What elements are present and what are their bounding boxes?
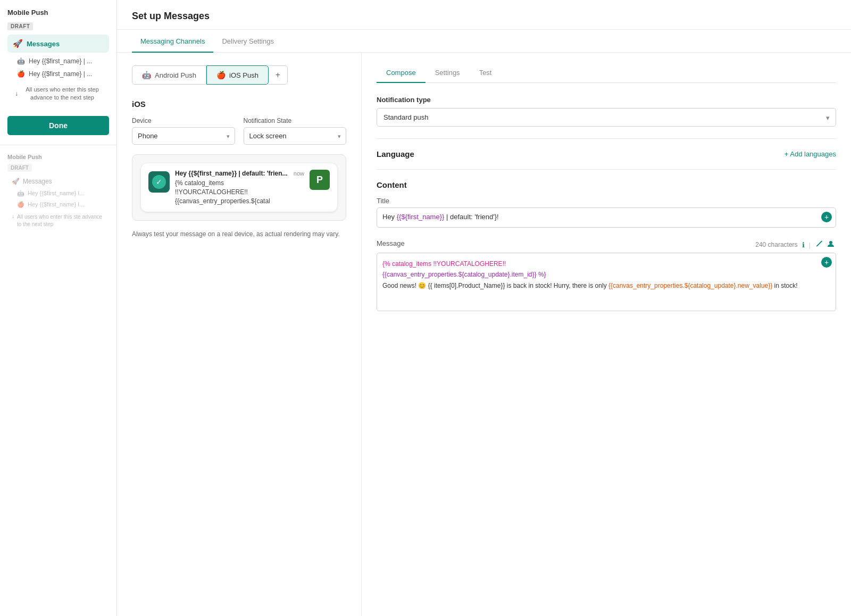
title-field-section: Title Hey {{${first_name}} | default: 'f…: [377, 197, 836, 228]
message-input-label: Message: [377, 239, 405, 247]
info-icon[interactable]: ℹ: [802, 241, 805, 249]
main-header: Set up Messages: [117, 0, 851, 30]
p-letter-icon: P: [316, 174, 323, 186]
device-select[interactable]: Phone Tablet: [132, 127, 235, 145]
plus-icon: +: [276, 70, 280, 80]
sidebar-title: Mobile Push: [7, 9, 109, 16]
android-push-button[interactable]: 🤖 Android Push: [132, 65, 206, 85]
sidebar-lower-sub-2: 🍎 Hey {{$first_name} I...: [7, 199, 109, 210]
preview-note: Always test your message on a real devic…: [132, 229, 346, 239]
tab-messaging-channels[interactable]: Messaging Channels: [132, 30, 213, 53]
left-panel: 🤖 Android Push 🍎 iOS Push + iOS Device: [117, 53, 362, 616]
notification-time: now: [294, 170, 304, 177]
pencil-icon: [815, 240, 823, 248]
message-header-row: Message 240 characters ℹ |: [377, 239, 836, 250]
sidebar-draft-badge: DRAFT: [7, 22, 33, 30]
right-panel: Compose Settings Test Notification type …: [362, 53, 851, 616]
sidebar-sub-label-apple: Hey {{$first_name} | ...: [29, 70, 92, 78]
lower-android-icon: 🤖: [17, 190, 24, 197]
notification-type-select[interactable]: Standard push Silent push: [377, 108, 836, 127]
notification-state-label: Notification State: [244, 117, 347, 124]
device-field: Device Phone Tablet ▾: [132, 117, 235, 145]
title-prefix: Hey: [382, 213, 397, 221]
ios-push-button[interactable]: 🍎 iOS Push: [206, 65, 269, 85]
android-push-label: Android Push: [155, 71, 196, 79]
sidebar-sub-label-android: Hey {{$first_name} | ...: [29, 57, 92, 65]
notification-state-select[interactable]: Lock screen Banner Notification Center: [244, 127, 347, 145]
android-icon: 🤖: [17, 57, 25, 65]
messages-icon: 🚀: [13, 39, 23, 48]
sidebar: Mobile Push DRAFT 🚀 Messages 🤖 Hey {{$fi…: [0, 0, 117, 616]
notification-state-select-wrapper: Lock screen Banner Notification Center ▾: [244, 127, 347, 145]
message-content[interactable]: {% catalog_items !!YOURCATALOGHERE!! {{c…: [377, 253, 836, 311]
section-divider-1: [377, 138, 836, 139]
notification-state-field: Notification State Lock screen Banner No…: [244, 117, 347, 145]
compose-tab-compose[interactable]: Compose: [377, 63, 426, 83]
compose-tab-test[interactable]: Test: [470, 63, 502, 83]
add-languages-button[interactable]: + Add languages: [785, 150, 836, 158]
channel-buttons: 🤖 Android Push 🍎 iOS Push +: [132, 65, 346, 85]
sidebar-advance-text: All users who enter this step advance to…: [21, 86, 104, 102]
message-textarea-wrapper: {% catalog_items !!YOURCATALOGHERE!! {{c…: [377, 253, 836, 311]
android-platform-icon: 🤖: [142, 71, 151, 79]
notification-type-select-wrapper: Standard push Silent push ▾: [377, 108, 836, 127]
message-liquid-orange: {{canvas_entry_properties.${catalog_upda…: [608, 282, 772, 289]
notification-body: {% catalog_items !!YOURCATALOGHERE!! {{c…: [175, 179, 304, 205]
advance-arrow-icon: ↓: [15, 90, 18, 97]
sidebar-messages-item[interactable]: 🚀 Messages: [7, 35, 109, 53]
sidebar-messages-label: Messages: [27, 40, 60, 48]
message-actions-row: 240 characters ℹ |: [755, 240, 836, 250]
device-row: Device Phone Tablet ▾ Notification State: [132, 117, 346, 145]
title-add-button[interactable]: +: [821, 212, 832, 222]
device-label: Device: [132, 117, 235, 124]
check-icon: ✓: [156, 178, 162, 186]
sidebar-sub-item-apple[interactable]: 🍎 Hey {{$first_name} | ...: [7, 68, 109, 80]
ios-push-label: iOS Push: [229, 71, 258, 79]
sidebar-lower-title: Mobile Push: [7, 154, 109, 160]
notification-content: Hey {{${first_name}} | default: 'frien..…: [175, 170, 304, 205]
sidebar-divider: [0, 145, 116, 145]
person-plus-icon: [828, 240, 836, 248]
sidebar-done-button[interactable]: Done: [7, 116, 109, 135]
sidebar-lower-advance-text: All users who enter this ste advance to …: [17, 213, 105, 228]
notif-body-line2: !!YOURCATALOGHERE!!: [175, 188, 304, 197]
notification-header: Hey {{${first_name}} | default: 'frien..…: [175, 170, 304, 177]
sidebar-sub-item-android[interactable]: 🤖 Hey {{$first_name} | ...: [7, 55, 109, 68]
message-add-button[interactable]: +: [821, 257, 832, 268]
device-select-wrapper: Phone Tablet ▾: [132, 127, 235, 145]
app-icon: ✓: [148, 171, 170, 193]
message-line1-pink: {% catalog_items !!YOURCATALOGHERE!!: [382, 260, 506, 268]
sidebar-lower-advance: ↓ All users who enter this ste advance t…: [7, 210, 109, 231]
main-tabs-row: Messaging Channels Delivery Settings: [117, 30, 851, 53]
notification-title: Hey {{${first_name}} | default: 'frien..…: [175, 170, 288, 177]
sidebar-lower-section: Mobile Push DRAFT 🚀 Messages 🤖 Hey {{$fi…: [0, 148, 116, 237]
title-display: Hey {{${first_name}} | default: 'friend'…: [377, 207, 836, 228]
message-field-section: Message 240 characters ℹ |: [377, 239, 836, 311]
notif-body-line3: {{canvas_entry_properties.${catal: [175, 197, 304, 206]
title-input-label: Title: [377, 197, 836, 205]
language-label: Language: [377, 149, 414, 159]
apple-platform-icon: 🍎: [216, 71, 226, 79]
lower-apple-icon: 🍎: [17, 201, 24, 208]
message-line2-purple: {{canvas_entry_properties.${catalog_upda…: [382, 271, 546, 278]
notification-image: P: [310, 170, 330, 190]
sidebar-lower-sub-1: 🤖 Hey {{$first_name} I...: [7, 188, 109, 199]
tab-delivery-settings[interactable]: Delivery Settings: [213, 30, 282, 53]
title-suffix: | default: 'friend'}!: [444, 213, 498, 221]
sidebar-lower-draft-badge: DRAFT: [7, 164, 32, 172]
char-count: 240 characters: [755, 241, 797, 248]
ios-section-title: iOS: [132, 99, 346, 109]
sidebar-lower-messages: 🚀 Messages: [7, 175, 109, 188]
add-channel-button[interactable]: +: [269, 65, 288, 85]
compose-tab-settings[interactable]: Settings: [426, 63, 470, 83]
lower-rocket-icon: 🚀: [12, 178, 20, 185]
main-content: Set up Messages Messaging Channels Deliv…: [117, 0, 851, 616]
phone-preview: ✓ Hey {{${first_name}} | default: 'frien…: [132, 154, 346, 221]
content-body: 🤖 Android Push 🍎 iOS Push + iOS Device: [117, 53, 851, 616]
sidebar-lower-msg-label: Messages: [23, 178, 52, 185]
message-line3-start: Good news! 😊 {{ items[0].Product_Name}} …: [382, 282, 608, 289]
personalize-message-button[interactable]: [828, 240, 836, 250]
edit-message-button[interactable]: [815, 240, 823, 250]
sidebar-lower-sub-label-2: Hey {{$first_name} I...: [28, 201, 84, 207]
vertical-divider: |: [809, 241, 811, 249]
